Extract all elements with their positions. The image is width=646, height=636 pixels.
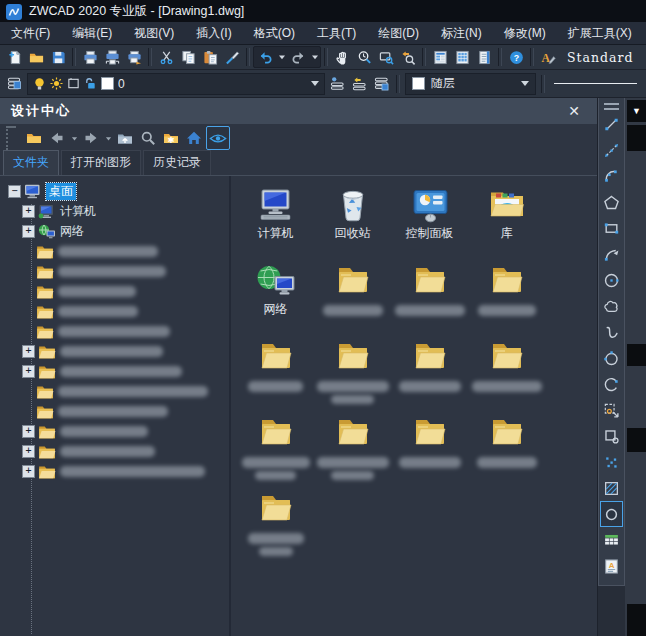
content-item-6[interactable] — [391, 262, 468, 330]
content-item-网络[interactable]: 网络 — [237, 262, 314, 330]
menu-item-8[interactable]: 修改(M) — [493, 22, 557, 44]
redo-dropdown[interactable] — [309, 47, 320, 67]
ellipse-tool[interactable] — [601, 345, 622, 371]
expand-box[interactable]: + — [22, 205, 35, 218]
new-file-button[interactable] — [3, 47, 25, 67]
layer-previous-button[interactable] — [327, 74, 349, 94]
menu-item-2[interactable]: 视图(V) — [123, 22, 185, 44]
content-item-9[interactable] — [314, 338, 391, 406]
menu-item-7[interactable]: 标注(N) — [430, 22, 493, 44]
collapse-box[interactable]: − — [8, 185, 21, 198]
close-icon[interactable]: ✕ — [564, 104, 586, 118]
forward-button[interactable] — [80, 127, 102, 149]
design-center-titlebar[interactable]: 设计中心 ✕ — [0, 98, 597, 124]
expand-box[interactable]: + — [22, 225, 35, 238]
color-dropdown[interactable]: 随层 — [405, 73, 536, 95]
zoom-realtime-button[interactable] — [353, 47, 375, 67]
tab-1[interactable]: 打开的图形 — [61, 150, 141, 175]
content-item-10[interactable] — [391, 338, 468, 406]
layer-manager-button[interactable] — [3, 74, 25, 94]
menu-item-0[interactable]: 文件(F) — [0, 22, 61, 44]
tree-item-10[interactable] — [0, 381, 229, 401]
expand-box[interactable]: + — [22, 345, 35, 358]
tree-item-14[interactable]: + — [0, 461, 229, 481]
content-item-11[interactable] — [468, 338, 545, 406]
content-item-16[interactable] — [237, 490, 314, 558]
polygon-tool[interactable] — [601, 189, 622, 215]
text-style-dropdown[interactable]: Standard — [562, 50, 639, 65]
layer-dropdown[interactable]: 0 — [27, 73, 325, 95]
menu-item-1[interactable]: 编辑(E) — [61, 22, 123, 44]
content-item-8[interactable] — [237, 338, 314, 406]
tree-item-7[interactable] — [0, 321, 229, 341]
toolbar-grab-handle[interactable] — [604, 108, 619, 110]
preview-toggle[interactable] — [206, 126, 230, 150]
layer-states-button[interactable] — [349, 74, 371, 94]
menu-item-6[interactable]: 绘图(D) — [367, 22, 430, 44]
text-style-manager-button[interactable]: A — [537, 47, 559, 67]
cut-button[interactable] — [155, 47, 177, 67]
tree-item-3[interactable] — [0, 241, 229, 261]
menu-item-9[interactable]: 扩展工具(X) — [557, 22, 643, 44]
back-button[interactable] — [46, 127, 68, 149]
tree-item-网络[interactable]: +网络 — [0, 221, 229, 241]
expand-box[interactable]: + — [22, 465, 35, 478]
plot-button[interactable] — [79, 47, 101, 67]
construction-line-tool[interactable] — [601, 137, 622, 163]
panel-grip[interactable] — [6, 126, 16, 150]
revision-cloud-tool[interactable] — [601, 293, 622, 319]
layer-translate-button[interactable] — [371, 74, 393, 94]
content-item-7[interactable] — [468, 262, 545, 330]
tree-item-桌面[interactable]: −桌面 — [0, 181, 229, 201]
content-item-计算机[interactable]: 计算机 — [237, 186, 314, 254]
table-tool[interactable] — [601, 527, 622, 553]
tree-item-11[interactable] — [0, 401, 229, 421]
properties-palette-button[interactable] — [429, 47, 451, 67]
line-tool[interactable] — [601, 111, 622, 137]
linetype-dropdown[interactable] — [550, 74, 641, 94]
sheet-set-manager-button[interactable] — [473, 47, 495, 67]
home-button[interactable] — [183, 127, 205, 149]
content-item-13[interactable] — [314, 414, 391, 482]
tree-item-5[interactable] — [0, 281, 229, 301]
up-button[interactable] — [114, 127, 136, 149]
arc-tool[interactable] — [601, 163, 622, 189]
tree-item-计算机[interactable]: +计算机 — [0, 201, 229, 221]
match-properties-button[interactable] — [221, 47, 243, 67]
tree-item-6[interactable] — [0, 301, 229, 321]
ellipse-arc-tool[interactable] — [601, 371, 622, 397]
menu-item-5[interactable]: 工具(T) — [306, 22, 367, 44]
redo-button[interactable] — [287, 47, 309, 67]
hatch-tool[interactable] — [601, 475, 622, 501]
content-item-12[interactable] — [237, 414, 314, 482]
help-button[interactable]: ? — [505, 47, 527, 67]
menu-item-3[interactable]: 插入(I) — [185, 22, 242, 44]
rectangle-tool[interactable] — [601, 215, 622, 241]
search-button[interactable] — [137, 127, 159, 149]
publish-button[interactable] — [123, 47, 145, 67]
paste-button[interactable] — [199, 47, 221, 67]
polyline-tool[interactable] — [601, 241, 622, 267]
tab-0[interactable]: 文件夹 — [3, 150, 59, 175]
copy-button[interactable] — [177, 47, 199, 67]
content-item-控制面板[interactable]: 控制面板 — [391, 186, 468, 254]
content-item-15[interactable] — [468, 414, 545, 482]
forward-history-dropdown[interactable] — [103, 127, 113, 149]
undo-button[interactable] — [254, 47, 276, 67]
insert-block-tool[interactable] — [601, 397, 622, 423]
expand-box[interactable]: + — [22, 425, 35, 438]
point-tool[interactable] — [601, 449, 622, 475]
create-block-tool[interactable] — [601, 423, 622, 449]
plot-preview-button[interactable] — [101, 47, 123, 67]
donut-tool[interactable] — [600, 501, 623, 527]
content-item-库[interactable]: 库 — [468, 186, 545, 254]
tool-palette-button[interactable] — [451, 47, 473, 67]
expand-box[interactable]: + — [22, 365, 35, 378]
toolbar-grab-handle[interactable] — [604, 103, 619, 105]
expand-box[interactable]: + — [22, 445, 35, 458]
tree-item-13[interactable]: + — [0, 441, 229, 461]
content-item-5[interactable] — [314, 262, 391, 330]
zoom-window-button[interactable] — [375, 47, 397, 67]
tree-item-9[interactable]: + — [0, 361, 229, 381]
open-file-button[interactable] — [25, 47, 47, 67]
